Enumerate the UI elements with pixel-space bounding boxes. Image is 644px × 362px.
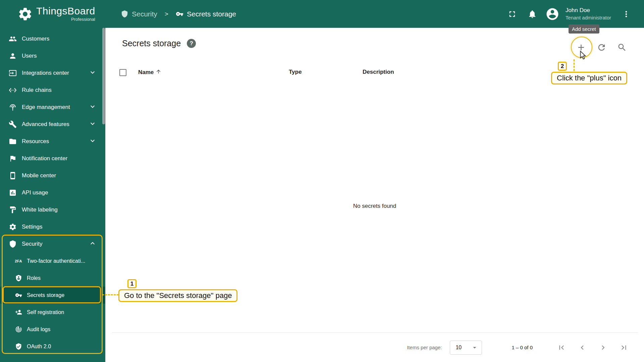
paint-icon [9, 206, 17, 214]
bell-icon [528, 9, 537, 19]
column-label: Name [138, 69, 154, 76]
first-page-icon [557, 343, 566, 352]
app-logo[interactable]: ThingsBoard Professional [0, 6, 105, 22]
sidebar-item-roles[interactable]: Roles [0, 269, 105, 287]
person-add-icon [15, 309, 22, 316]
sidebar-item-label: Advanced features [22, 121, 69, 128]
folder-icon [9, 137, 17, 145]
sidebar-item-advanced-features[interactable]: Advanced features [0, 116, 105, 133]
breadcrumb-separator: > [165, 10, 168, 18]
user-info[interactable]: John Doe Tenant administrator [566, 7, 611, 21]
customers-icon [9, 35, 17, 43]
smartphone-icon [9, 172, 17, 180]
sidebar-item-label: Users [22, 53, 37, 59]
track-changes-icon [15, 326, 22, 333]
sidebar-item-integrations-center[interactable]: Integrations center [0, 64, 105, 81]
sidebar-item-mobile-center[interactable]: Mobile center [0, 167, 105, 184]
wrench-icon [9, 120, 17, 128]
help-icon[interactable]: ? [187, 39, 196, 48]
breadcrumb-current-label: Secrets storage [187, 10, 236, 18]
sidebar-item-audit-logs[interactable]: Audit logs [0, 321, 105, 338]
breadcrumb-security[interactable]: Security [121, 10, 157, 18]
paginator: Items per page: 10 1 – 0 of 0 [112, 333, 638, 362]
table-actions [573, 39, 630, 55]
sidebar-item-label: Audit logs [27, 326, 50, 333]
sidebar-item-label: Customers [22, 36, 49, 42]
sidebar-item-rule-chains[interactable]: Rule chains [0, 81, 105, 99]
app-name: ThingsBoard [36, 6, 95, 16]
sidebar-item-secrets-storage[interactable]: Secrets storage [0, 287, 105, 304]
sidebar-item-label: Security [22, 241, 42, 247]
select-all-checkbox[interactable] [119, 69, 126, 76]
breadcrumb: Security > Secrets storage [121, 10, 236, 18]
breadcrumb-current[interactable]: Secrets storage [176, 10, 236, 18]
top-bar: ThingsBoard Professional Security > Secr… [0, 0, 644, 28]
sidebar-item-label: API usage [22, 189, 48, 196]
sidebar-item-settings[interactable]: Settings [0, 218, 105, 235]
search-button[interactable] [614, 39, 630, 55]
sidebar-item-label: Mobile center [22, 172, 56, 179]
breadcrumb-section-label: Security [132, 10, 157, 18]
user-avatar[interactable] [545, 7, 559, 21]
column-header-description[interactable]: Description [363, 69, 394, 75]
sort-ascending-icon [156, 69, 161, 76]
sidebar-item-users[interactable]: Users [0, 47, 105, 64]
topbar-actions: John Doe Tenant administrator [505, 7, 644, 21]
chevron-down-icon [89, 137, 97, 146]
app-window: ThingsBoard Professional Security > Secr… [0, 0, 644, 362]
chevron-up-icon [89, 239, 97, 249]
tethering-icon [9, 103, 17, 111]
sidebar-scrollbar[interactable] [102, 28, 105, 124]
verified-shield-icon [15, 343, 22, 350]
sidebar-item-label: OAuth 2.0 [27, 344, 51, 350]
sidebar-item-oauth[interactable]: OAuth 2.0 [0, 338, 105, 355]
first-page-button[interactable] [557, 343, 566, 352]
sidebar-item-api-usage[interactable]: API usage [0, 184, 105, 201]
previous-page-button[interactable] [578, 343, 587, 352]
shield-icon [9, 240, 17, 248]
sidebar-item-white-labeling[interactable]: White labeling [0, 201, 105, 218]
dropdown-arrow-icon [471, 344, 478, 351]
app-edition: Professional [71, 17, 95, 22]
sidebar-item-label: Self registration [27, 309, 64, 315]
last-page-button[interactable] [619, 343, 629, 352]
sidebar-item-label: Two-factor authenticati... [27, 258, 85, 264]
more-menu-button[interactable] [619, 7, 633, 21]
notifications-button[interactable] [525, 7, 539, 21]
shield-icon [121, 10, 128, 18]
sidebar-item-notification-center[interactable]: Notification center [0, 150, 105, 167]
flag-icon [9, 155, 17, 163]
sidebar-item-customers[interactable]: Customers [0, 30, 105, 47]
pager-controls [557, 343, 629, 352]
user-name: John Doe [566, 7, 611, 14]
sidebar-item-two-factor-authentication[interactable]: 2FA Two-factor authenticati... [0, 252, 105, 269]
sidebar-item-self-registration[interactable]: Self registration [0, 304, 105, 321]
sidebar-item-resources[interactable]: Resources [0, 133, 105, 150]
sidebar-item-label: White labeling [22, 206, 58, 213]
sidebar-item-label: Notification center [22, 155, 67, 162]
fullscreen-icon [507, 9, 517, 19]
refresh-icon [597, 43, 606, 52]
sidebar-item-label: Edge management [22, 104, 70, 111]
column-header-type[interactable]: Type [289, 69, 302, 75]
add-secret-button[interactable] [573, 39, 589, 55]
2fa-icon: 2FA [15, 257, 22, 265]
sidebar-item-edge-management[interactable]: Edge management [0, 99, 105, 116]
sidebar-item-label: Settings [22, 224, 42, 230]
key-icon [176, 10, 183, 18]
next-page-button[interactable] [598, 343, 608, 352]
sidebar-item-security[interactable]: Security [0, 235, 105, 252]
sidebar-item-label: Secrets storage [27, 292, 64, 298]
logo-text: ThingsBoard Professional [36, 6, 95, 22]
page-range-label: 1 – 0 of 0 [512, 345, 533, 350]
roles-shield-icon [15, 275, 22, 282]
column-header-name[interactable]: Name [138, 69, 161, 76]
column-label: Type [289, 69, 302, 75]
items-per-page-select[interactable]: 10 [450, 341, 482, 355]
refresh-button[interactable] [593, 39, 609, 55]
table-header-row: Name Type Description [105, 65, 644, 80]
fullscreen-button[interactable] [505, 7, 519, 21]
user-role: Tenant administrator [566, 14, 611, 21]
chevron-down-icon [89, 103, 97, 112]
main-content: Secrets storage ? Name Type D [105, 28, 644, 362]
